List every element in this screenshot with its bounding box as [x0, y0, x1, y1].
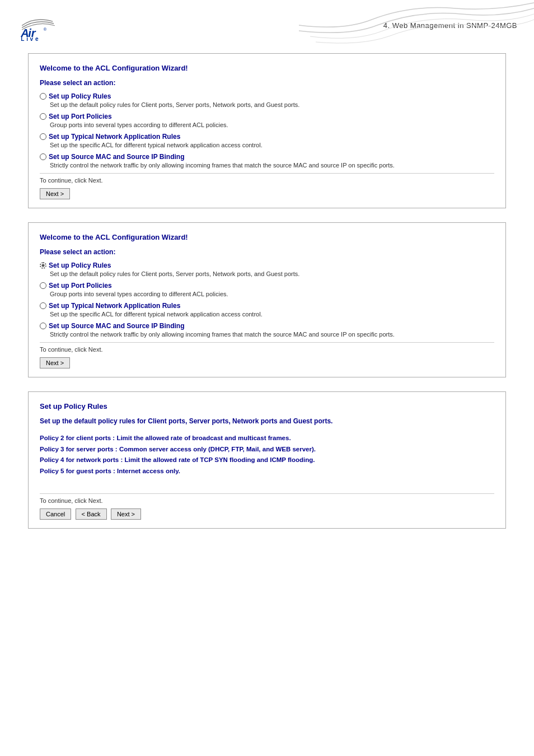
option-desc-1-3: Set up the specific ACL for different ty… [50, 142, 494, 148]
logo-area: A ir ® Live [17, 11, 78, 42]
btn-row-1: Next > [40, 188, 494, 199]
policy-item-2: Policy 3 for server ports : Common serve… [40, 444, 494, 455]
policy-list: Policy 2 for client ports : Limit the al… [40, 433, 494, 477]
option-label-1-2: Set up Port Policies [49, 113, 112, 120]
svg-text:Live: Live [21, 36, 40, 42]
option-desc-2-2: Group ports into several types according… [50, 291, 494, 297]
option-label-2-1: Set up Policy Rules [49, 262, 111, 269]
next-button-3[interactable]: Next > [111, 508, 141, 520]
continue-text-2: To continue, click Next. [40, 342, 494, 353]
option-desc-1-4: Strictly control the network traffic by … [50, 162, 494, 169]
radio-port-policies-1[interactable] [40, 113, 46, 120]
policy-item-3: Policy 4 for network ports : Limit the a… [40, 455, 494, 466]
policy-item-1: Policy 2 for client ports : Limit the al… [40, 433, 494, 444]
option-label-2-4: Set up Source MAC and Source IP Binding [49, 322, 184, 330]
radio-typical-rules-1[interactable] [40, 133, 46, 140]
policy-btn-row: Cancel < Back Next > [40, 508, 494, 520]
radio-mac-ip-binding-2[interactable] [40, 323, 46, 329]
option-desc-2-1: Set up the default policy rules for Clie… [50, 270, 494, 277]
policy-panel-desc: Set up the default policy rules for Clie… [40, 417, 494, 425]
option-row-1-3: Set up Typical Network Application Rules [40, 133, 494, 141]
option-desc-1-1: Set up the default policy rules for Clie… [50, 101, 494, 108]
policy-item-4: Policy 5 for guest ports : Internet acce… [40, 466, 494, 477]
option-label-1-1: Set up Policy Rules [49, 92, 111, 100]
radio-mac-ip-binding-1[interactable] [40, 153, 46, 160]
svg-text:®: ® [44, 27, 47, 32]
page-title: 4. Web Management in SNMP-24MGB [383, 11, 517, 30]
radio-typical-rules-2[interactable] [40, 302, 46, 309]
wizard-title-1: Welcome to the ACL Configuration Wizard! [40, 64, 494, 72]
acl-wizard-panel-2: Welcome to the ACL Configuration Wizard!… [28, 222, 506, 377]
option-label-1-4: Set up Source MAC and Source IP Binding [49, 153, 184, 161]
option-row-2-2: Set up Port Policies [40, 282, 494, 290]
wizard-subtitle-1: Please select an action: [40, 79, 494, 87]
option-label-2-3: Set up Typical Network Application Rules [49, 302, 180, 310]
radio-policy-rules-2[interactable] [40, 262, 46, 269]
policy-rules-panel: Set up Policy Rules Set up the default p… [28, 391, 506, 529]
option-row-2-3: Set up Typical Network Application Rules [40, 302, 494, 310]
option-label-2-2: Set up Port Policies [49, 282, 112, 290]
option-row-1-1: Set up Policy Rules [40, 92, 494, 100]
next-button-2[interactable]: Next > [40, 357, 70, 368]
option-row-2-4: Set up Source MAC and Source IP Binding [40, 322, 494, 330]
radio-port-policies-2[interactable] [40, 282, 46, 289]
policy-panel-title: Set up Policy Rules [40, 402, 494, 410]
option-desc-2-3: Set up the specific ACL for different ty… [50, 311, 494, 318]
option-row-1-4: Set up Source MAC and Source IP Binding [40, 153, 494, 161]
wizard-title-2: Welcome to the ACL Configuration Wizard! [40, 233, 494, 241]
wizard-subtitle-2: Please select an action: [40, 248, 494, 256]
next-button-1[interactable]: Next > [40, 188, 70, 199]
airlive-logo: A ir ® Live [17, 11, 78, 42]
back-button[interactable]: < Back [76, 508, 107, 520]
page-header: A ir ® Live 4. Web Management in SNMP-24… [0, 0, 534, 48]
policy-continue-text: To continue, click Next. [40, 493, 494, 504]
cancel-button[interactable]: Cancel [40, 508, 71, 520]
option-row-2-1: Set up Policy Rules [40, 262, 494, 269]
acl-wizard-panel-1: Welcome to the ACL Configuration Wizard!… [28, 53, 506, 208]
option-desc-2-4: Strictly control the network traffic by … [50, 331, 494, 338]
option-row-1-2: Set up Port Policies [40, 113, 494, 120]
main-content: Welcome to the ACL Configuration Wizard!… [0, 48, 534, 554]
option-desc-1-2: Group ports into several types according… [50, 122, 494, 128]
option-label-1-3: Set up Typical Network Application Rules [49, 133, 180, 141]
btn-row-2: Next > [40, 357, 494, 368]
continue-text-1: To continue, click Next. [40, 173, 494, 184]
radio-policy-rules-1[interactable] [40, 93, 46, 100]
